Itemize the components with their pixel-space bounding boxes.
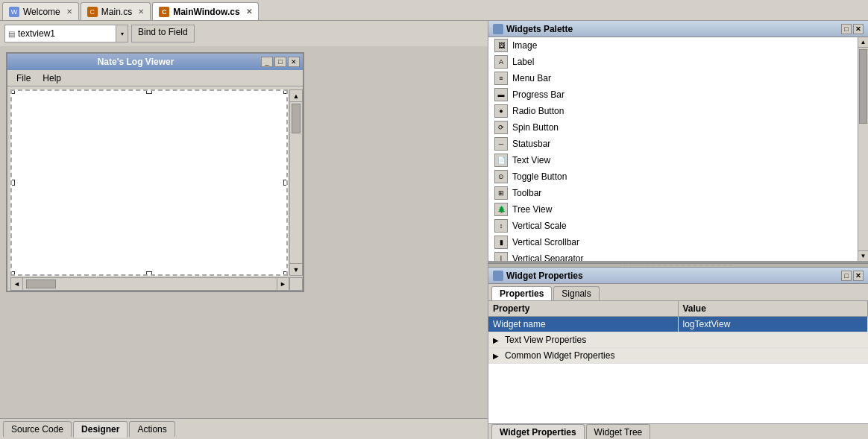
menu-help[interactable]: Help [40,72,64,84]
palette-item-statusbar[interactable]: ─Statusbar [488,136,868,152]
resize-ne-handle[interactable] [283,89,288,94]
palette-title-area: Widgets Palette [493,24,573,34]
tab-mainwindow-cs-icon: C [159,7,169,17]
palette-item-tree-view[interactable]: 🌲Tree View [488,201,868,218]
tab-welcome-close[interactable]: ✕ [66,7,72,16]
window-minimize-button[interactable]: _ [261,57,273,67]
palette-item-vertical-separator[interactable]: |Vertical Separator [488,250,868,261]
palette-item-toggle-button[interactable]: ⊙Toggle Button [488,168,868,185]
properties-title-area: Widget Properties [493,271,583,281]
palette-close-button[interactable]: ✕ [853,24,864,34]
palette-float-button[interactable]: □ [841,24,852,34]
palette-item-label[interactable]: ALabel [488,54,868,70]
properties-title: Widget Properties [506,271,583,281]
designer-text-view[interactable] [10,89,288,276]
props-expand-common[interactable]: ▶ [490,352,502,360]
resize-w-handle[interactable] [10,180,15,186]
scrollbar-corner [289,277,303,291]
palette-icon-menu-bar: ≡ [494,72,508,85]
window-title: Nate's Log Viewer [10,57,261,67]
resize-n-handle[interactable] [146,89,152,94]
tab-main-cs-close[interactable]: ✕ [138,7,144,16]
palette-scroll-down[interactable]: ▼ [858,250,868,261]
properties-controls: □ ✕ [841,271,864,281]
palette-list: 🖼ImageALabel≡Menu Bar▬Progress Bar●Radio… [488,37,868,261]
window-controls: _ □ ✕ [261,57,300,67]
palette-item-menu-bar[interactable]: ≡Menu Bar [488,70,868,86]
window-maximize-button[interactable]: □ [274,57,286,67]
palette-item-vertical-scrollbar[interactable]: ▮Vertical Scrollbar [488,234,868,250]
props-group-common-label: Common Widget Properties [502,350,614,361]
h-scrollbar[interactable]: ◄ ► [10,277,289,291]
resize-se-handle[interactable] [283,271,288,276]
bottom-panel-tab-widget-tree[interactable]: Widget Tree [586,424,651,439]
resize-s-handle[interactable] [146,271,152,276]
window-close-button[interactable]: ✕ [288,57,300,67]
palette-header: Widgets Palette □ ✕ [488,21,868,37]
palette-scroll-thumb[interactable] [859,49,867,124]
palette-icon-spin-button: ⟳ [494,121,508,134]
palette-icon-progress-bar: ▬ [494,88,508,101]
tab-welcome-label: Welcome [23,7,60,17]
bottom-panel: Widget Properties Widget Tree [488,423,868,439]
props-cell-widget-name-value[interactable]: logTextView [679,317,869,332]
palette-item-image[interactable]: 🖼Image [488,37,868,54]
properties-close-button[interactable]: ✕ [853,271,864,281]
palette-label-image: Image [512,40,537,51]
v-scroll-up[interactable]: ▲ [290,90,302,102]
props-cell-widget-name-label: Widget name [488,317,679,332]
tab-mainwindow-cs[interactable]: C MainWindow.cs ✕ [152,2,258,20]
v-scroll-thumb[interactable] [292,104,301,133]
palette-icon-toolbar: ⊞ [494,186,508,200]
toolbar: ▤ ▾ Bind to Field [0,21,488,46]
tab-main-cs-icon: C [87,7,98,17]
v-scrollbar[interactable]: ▲ ▼ [289,89,303,276]
h-scroll-left[interactable]: ◄ [11,278,23,290]
widget-name-input-container: ▤ [4,25,116,42]
palette-scrollbar[interactable]: ▲ ▼ [858,37,868,261]
resize-sw-handle[interactable] [10,271,15,276]
palette-item-radio-button[interactable]: ●Radio Button [488,103,868,119]
palette-label-text-view: Text View [512,155,550,165]
resize-e-handle[interactable] [283,180,288,186]
palette-item-text-view[interactable]: 📄Text View [488,152,868,168]
palette-list-container: 🖼ImageALabel≡Menu Bar▬Progress Bar●Radio… [488,37,868,261]
tab-actions[interactable]: Actions [129,421,174,437]
props-expand-text-view[interactable]: ▶ [490,336,502,344]
palette-item-progress-bar[interactable]: ▬Progress Bar [488,86,868,103]
palette-label-label: Label [512,57,534,67]
props-content: Property Value Widget name logTextView ▶… [488,301,868,423]
palette-scroll-up[interactable]: ▲ [858,37,868,48]
widget-name-dropdown[interactable]: ▾ [116,25,128,42]
props-row-widget-name[interactable]: Widget name logTextView [488,317,868,332]
properties-header-icon [493,271,503,281]
tab-designer[interactable]: Designer [73,421,128,438]
h-scroll-thumb[interactable] [26,279,56,288]
palette-header-icon [493,24,503,34]
props-tab-properties[interactable]: Properties [491,286,552,300]
tab-source-code[interactable]: Source Code [3,421,72,437]
properties-float-button[interactable]: □ [841,271,852,281]
bind-to-field-button[interactable]: Bind to Field [131,25,195,42]
props-group-common-widget-properties[interactable]: ▶ Common Widget Properties [488,348,868,364]
tab-welcome[interactable]: W Welcome ✕ [2,2,79,20]
palette-label-vertical-separator: Vertical Separator [512,253,583,261]
palette-item-vertical-scale[interactable]: ↕Vertical Scale [488,218,868,234]
h-scroll-right[interactable]: ► [277,278,289,290]
props-tab-signals[interactable]: Signals [553,286,599,300]
props-col-value: Value [679,301,869,316]
props-group-text-view-properties[interactable]: ▶ Text View Properties [488,332,868,348]
v-scroll-down[interactable]: ▼ [290,263,302,275]
props-col-property: Property [488,301,679,316]
menu-file[interactable]: File [13,72,34,84]
palette-item-spin-button[interactable]: ⟳Spin Button [488,119,868,136]
widget-name-input[interactable] [18,28,100,39]
palette-controls: □ ✕ [841,24,864,34]
tab-mainwindow-cs-close[interactable]: ✕ [246,7,252,16]
palette-icon-image: 🖼 [494,39,508,52]
tab-main-cs[interactable]: C Main.cs ✕ [81,2,151,20]
palette-item-toolbar[interactable]: ⊞Toolbar [488,185,868,201]
bottom-panel-tab-widget-properties[interactable]: Widget Properties [491,424,585,439]
resize-nw-handle[interactable] [10,89,15,94]
palette-icon-statusbar: ─ [494,137,508,151]
